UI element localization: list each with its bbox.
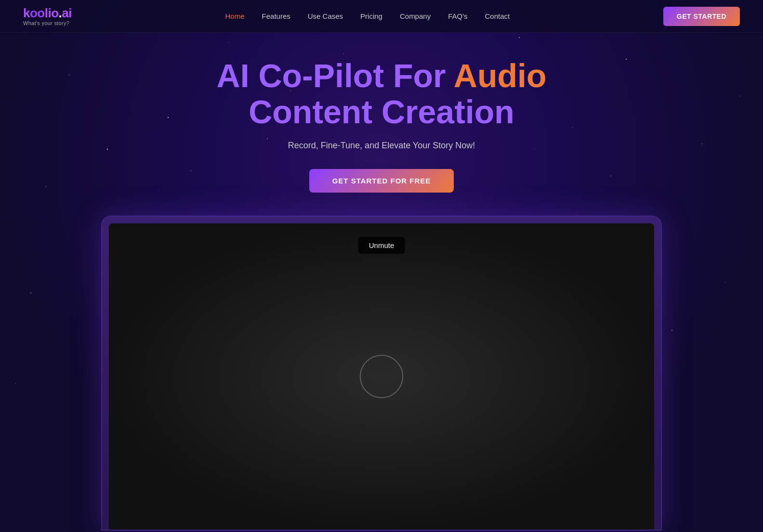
- navbar: koolio.ai What's your story? Home Featur…: [0, 0, 763, 33]
- get-started-nav-button[interactable]: GET STARTED: [663, 7, 740, 26]
- star: [534, 149, 535, 149]
- star: [107, 149, 108, 150]
- logo-lio: lio: [45, 6, 59, 20]
- unmute-button[interactable]: Unmute: [358, 237, 405, 254]
- logo-ai: ai: [62, 6, 72, 20]
- logo-tagline: What's your story?: [23, 20, 72, 26]
- logo-text: koolio.ai: [23, 6, 72, 20]
- star: [343, 53, 344, 54]
- nav-link-company[interactable]: Company: [400, 12, 431, 20]
- star: [366, 160, 367, 160]
- nav-item-home[interactable]: Home: [225, 12, 245, 21]
- star: [46, 186, 46, 187]
- play-circle[interactable]: [360, 355, 403, 398]
- nav-item-pricing[interactable]: Pricing: [360, 12, 382, 21]
- video-player[interactable]: Unmute: [109, 223, 654, 530]
- headline-part1: AI Co-Pilot For: [217, 57, 454, 94]
- nav-link-pricing[interactable]: Pricing: [360, 12, 382, 20]
- star: [15, 383, 16, 384]
- headline-audio: Audio: [454, 57, 547, 94]
- star: [626, 59, 627, 60]
- nav-item-faqs[interactable]: FAQ's: [448, 12, 467, 21]
- laptop-outer: Unmute: [102, 217, 661, 530]
- hero-cta-button[interactable]: GET STARTED FOR FREE: [309, 169, 454, 193]
- nav-item-use-cases[interactable]: Use Cases: [308, 12, 343, 21]
- star: [229, 42, 229, 43]
- nav-link-use-cases[interactable]: Use Cases: [308, 12, 343, 20]
- nav-item-features[interactable]: Features: [262, 12, 290, 21]
- star: [519, 37, 520, 38]
- star: [725, 282, 725, 283]
- laptop-wrapper: Unmute: [102, 217, 661, 530]
- nav-link-home[interactable]: Home: [225, 12, 245, 20]
- logo[interactable]: koolio.ai What's your story?: [23, 6, 72, 26]
- nav-item-company[interactable]: Company: [400, 12, 431, 21]
- hero-subtitle: Record, Fine-Tune, and Elevate Your Stor…: [288, 141, 475, 151]
- logo-k: k: [23, 6, 30, 20]
- hero-section: AI Co-Pilot For Audio Content Creation R…: [0, 0, 763, 532]
- star: [671, 330, 672, 331]
- logo-oo: oo: [30, 6, 45, 20]
- star: [702, 143, 702, 144]
- nav-link-faqs[interactable]: FAQ's: [448, 12, 467, 20]
- hero-headline: AI Co-Pilot For Audio Content Creation: [165, 58, 598, 130]
- star: [191, 170, 191, 171]
- headline-part2: Content Creation: [249, 93, 514, 130]
- star: [610, 176, 611, 177]
- nav-link-features[interactable]: Features: [262, 12, 290, 20]
- nav-link-contact[interactable]: Contact: [485, 12, 510, 20]
- star: [740, 96, 741, 97]
- star: [69, 75, 70, 76]
- nav-item-contact[interactable]: Contact: [485, 12, 510, 21]
- star: [30, 293, 31, 294]
- star: [267, 138, 268, 139]
- nav-links: Home Features Use Cases Pricing Company …: [225, 12, 510, 21]
- laptop-screen: Unmute: [109, 223, 654, 530]
